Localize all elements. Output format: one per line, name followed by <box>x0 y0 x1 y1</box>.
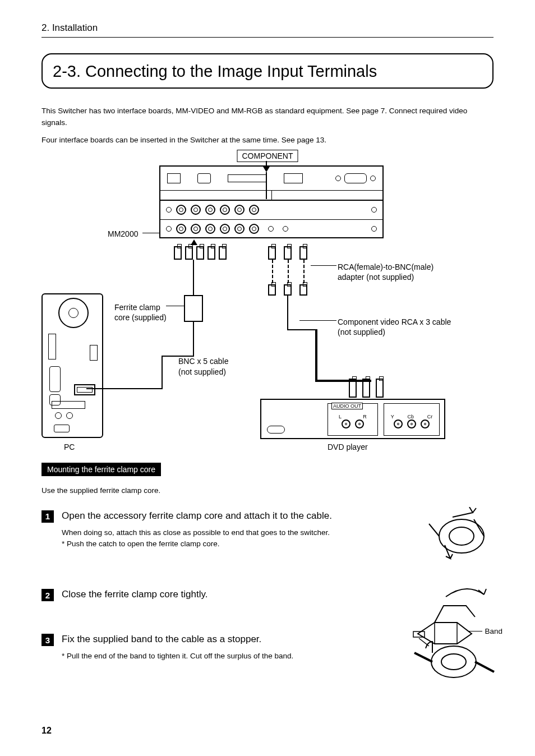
component-cable-label: Component video RCA x 3 cable (not suppl… <box>338 317 451 337</box>
step-1-detail2: * Push the catch to open the ferrite cla… <box>62 538 398 550</box>
rca-leader <box>311 265 336 266</box>
mm2000-leader <box>142 233 159 233</box>
rca-plugs-dvd <box>349 379 384 398</box>
mm-video-slot <box>160 200 382 219</box>
arrow-up-icon <box>190 238 199 247</box>
page-number: 12 <box>41 726 52 736</box>
bnc-plugs-right <box>268 246 307 260</box>
page: 2. Installation 2-3. Connecting to the I… <box>0 0 535 756</box>
step-2-title: Close the ferrite clamp core tightly. <box>62 589 398 600</box>
component-indicator-line <box>266 172 267 199</box>
ferrite-open-icon <box>418 507 491 561</box>
step-3: 3 Fix the supplied band to the cable as … <box>41 634 494 662</box>
breadcrumb: 2. Installation <box>41 22 494 38</box>
step-2: 2 Close the ferrite clamp core tightly. <box>41 589 494 606</box>
section-title-frame: 2-3. Connecting to the Image Input Termi… <box>41 53 494 89</box>
ferrite-band-icon <box>412 628 496 690</box>
step-3-figure: Band <box>409 628 499 690</box>
component-cable-leader <box>299 320 336 321</box>
band-label: Band <box>485 627 502 635</box>
ferrite-core-icon <box>184 295 203 322</box>
pc-label: PC <box>64 442 75 451</box>
pc-tower-icon <box>41 293 103 438</box>
section-title: 2-3. Connecting to the Image Input Termi… <box>53 62 482 81</box>
bnc5-label: BNC x 5 cable (not supplied) <box>178 356 228 377</box>
step-num-2: 2 <box>41 589 54 601</box>
step-num-3: 3 <box>41 634 54 646</box>
bnc-plugs-left <box>174 246 227 260</box>
mm2000-label: MM2000 <box>108 229 138 238</box>
svg-point-3 <box>431 646 476 677</box>
connection-diagram: COMPONENT <box>41 150 494 453</box>
ferrite-leader <box>166 306 184 306</box>
intro-line-2: Four interface boards can be inserted in… <box>41 135 494 146</box>
step-1-title: Open the accessory ferrite clamp core an… <box>62 510 398 522</box>
rca-plugs <box>268 284 307 296</box>
ferrite-label: Ferrite clamp core (supplied) <box>114 302 167 322</box>
audio-out-label: AUDIO OUT <box>331 403 363 409</box>
step-num-1: 1 <box>41 510 54 523</box>
dvd-label: DVD player <box>328 442 368 451</box>
step-1-detail1: When doing so, attach this as close as p… <box>62 527 398 538</box>
step-3-detail1: * Pull the end of the band to tighten it… <box>62 651 398 662</box>
use-ferrite-text: Use the supplied ferrite clamp core. <box>41 486 494 495</box>
step-1-figure <box>409 507 499 561</box>
step-1: 1 Open the accessory ferrite clamp core … <box>41 510 494 550</box>
step-3-title: Fix the supplied band to the cable as a … <box>62 634 398 645</box>
switcher-mm2000 <box>159 165 384 238</box>
rca-adapter-label: RCA(female)-to-BNC(male) adapter (not su… <box>338 262 433 282</box>
sub-heading-ferrite: Mounting the ferrite clamp core <box>41 463 161 476</box>
svg-point-1 <box>449 527 474 545</box>
svg-point-4 <box>441 654 466 670</box>
intro-line-1: This Switcher has two interface boards, … <box>41 105 494 129</box>
mm-rgb-slot <box>160 219 382 238</box>
dvd-player-icon: AUDIO OUT LR Component YCbCr <box>260 399 445 439</box>
component-label: COMPONENT <box>237 150 298 162</box>
